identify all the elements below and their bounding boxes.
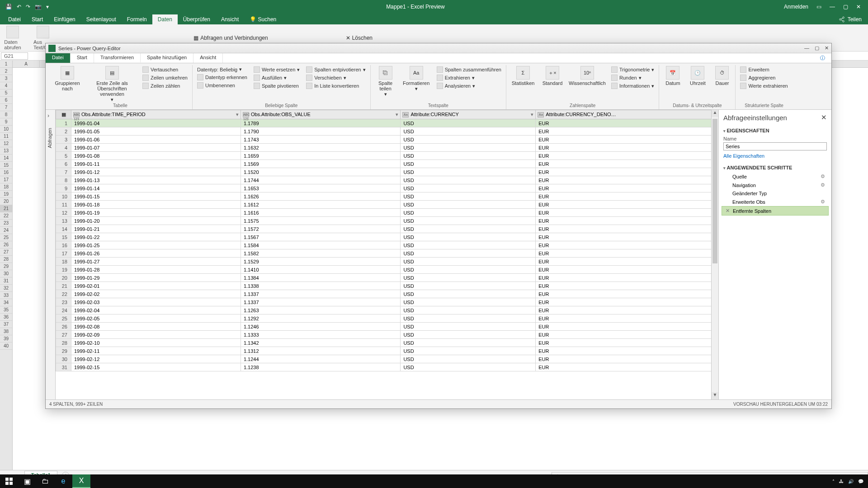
cell[interactable]: 1.1292 [241,314,401,323]
cell[interactable]: USD [401,274,536,282]
cell[interactable]: 1.1410 [241,266,401,274]
get-data-button[interactable]: Daten abrufen [4,26,22,50]
row-header[interactable]: 17 [0,176,12,183]
data-row[interactable]: 101999-01-151.1626USDEUR [56,192,718,201]
pq-tab-datei[interactable]: Datei [46,53,71,63]
signin-link[interactable]: Anmelden [784,4,808,10]
applied-steps-section[interactable]: ANGEWENDETE SCHRITTE [719,162,831,171]
cell[interactable]: EUR [536,160,718,168]
runden-button[interactable]: Runden ▾ [610,74,655,81]
data-row[interactable]: 61999-01-111.1569USDEUR [56,160,718,168]
cell[interactable]: EUR [536,258,718,266]
row-header[interactable]: 1 [0,61,12,68]
corner-cell[interactable]: ▦ [56,110,71,119]
cell[interactable]: 1999-02-09 [71,331,241,339]
cell[interactable]: 1999-01-07 [71,144,241,152]
spalte-pivotieren-button[interactable]: Spalte pivotieren [253,82,301,89]
redo-icon[interactable]: ↷ [26,4,30,10]
cell[interactable]: 1.1338 [241,282,401,290]
cell[interactable]: 1.1333 [241,331,401,339]
zeilen-umkehren-button[interactable]: Zeilen umkehren [142,74,189,81]
cell[interactable]: 1999-01-15 [71,192,241,201]
cell[interactable]: USD [401,209,536,217]
row-header[interactable]: 32 [0,285,12,292]
cell[interactable]: USD [401,249,536,258]
cell[interactable]: EUR [536,168,718,176]
row-number[interactable]: 22 [56,290,71,298]
cell[interactable]: 1999-01-20 [71,217,241,225]
row-header[interactable]: 20 [0,198,12,205]
cell[interactable]: 1.1789 [241,119,401,127]
data-row[interactable]: 181999-01-271.1529USDEUR [56,258,718,266]
cell[interactable]: EUR [536,290,718,298]
row-number[interactable]: 29 [56,347,71,355]
cell[interactable]: USD [401,119,536,127]
row-number[interactable]: 23 [56,298,71,306]
ausfuellen-button[interactable]: Ausfüllen ▾ [253,74,301,81]
cell[interactable]: USD [401,136,536,144]
data-row[interactable]: 141999-01-211.1572USDEUR [56,225,718,233]
cell[interactable]: 1999-02-04 [71,306,241,314]
cell[interactable]: USD [401,225,536,233]
row-header[interactable]: 14 [0,155,12,162]
data-row[interactable]: 171999-01-261.1582USDEUR [56,249,718,258]
cell[interactable]: EUR [536,266,718,274]
cell[interactable]: 1999-02-08 [71,323,241,331]
cell[interactable]: 1999-01-19 [71,209,241,217]
cell[interactable]: EUR [536,339,718,347]
cell[interactable]: 1.1520 [241,168,401,176]
cell[interactable]: USD [401,160,536,168]
row-number[interactable]: 1 [56,119,71,127]
cell[interactable]: 1.1632 [241,144,401,152]
row-header[interactable]: 8 [0,111,12,118]
data-row[interactable]: 201999-01-291.1384USDEUR [56,274,718,282]
query-name-input[interactable] [723,142,827,150]
cell[interactable]: USD [401,201,536,209]
cell[interactable]: 1.1743 [241,136,401,144]
pq-tab-ansicht[interactable]: Ansicht [193,53,223,63]
cell[interactable]: EUR [536,136,718,144]
row-header[interactable]: 30 [0,270,12,277]
cell[interactable]: 1999-01-12 [71,168,241,176]
data-row[interactable]: 81999-01-131.1744USDEUR [56,176,718,184]
row-header[interactable]: 7 [0,104,12,111]
tab-ansicht[interactable]: Ansicht [216,14,244,24]
data-row[interactable]: 11999-01-041.1789USDEUR [56,119,718,127]
row-header[interactable]: 3 [0,75,12,82]
cell[interactable]: EUR [536,119,718,127]
cell[interactable]: USD [401,290,536,298]
row-header[interactable]: 39 [0,335,12,343]
file-explorer-button[interactable]: 🗀 [36,474,54,488]
row-number[interactable]: 13 [56,217,71,225]
row-header[interactable]: 22 [0,212,12,220]
cell[interactable]: USD [401,306,536,314]
taskview-button[interactable]: ▣ [18,474,36,488]
cell[interactable]: EUR [536,241,718,249]
queries-pane-collapsed[interactable]: › Abfragen [46,110,56,399]
cell[interactable]: 1999-01-25 [71,241,241,249]
row-header[interactable]: 28 [0,256,12,263]
row-header[interactable]: 37 [0,321,12,328]
cell[interactable]: USD [401,144,536,152]
cell[interactable]: 1999-01-18 [71,201,241,209]
tab-start[interactable]: Start [26,14,48,24]
cell[interactable]: 1.1337 [241,290,401,298]
pq-close-icon[interactable]: ✕ [825,45,829,51]
cell[interactable]: EUR [536,192,718,201]
step-settings-icon[interactable]: ⚙ [821,199,825,205]
row-number[interactable]: 17 [56,249,71,258]
cell[interactable]: 1.1246 [241,323,401,331]
scroll-thumb[interactable] [712,119,717,263]
row-number[interactable]: 6 [56,160,71,168]
data-row[interactable]: 251999-02-051.1292USDEUR [56,314,718,323]
row-number[interactable]: 11 [56,201,71,209]
row-header[interactable]: 13 [0,147,12,155]
standard-button[interactable]: ＋×Standard [541,66,564,86]
data-row[interactable]: 281999-02-101.1342USDEUR [56,339,718,347]
cell[interactable]: 1999-01-13 [71,176,241,184]
row-number[interactable]: 31 [56,363,71,371]
data-row[interactable]: 121999-01-191.1616USDEUR [56,209,718,217]
step-settings-icon[interactable]: ⚙ [821,182,825,188]
row-header[interactable]: 4 [0,82,12,89]
data-row[interactable]: 291999-02-111.1312USDEUR [56,347,718,355]
